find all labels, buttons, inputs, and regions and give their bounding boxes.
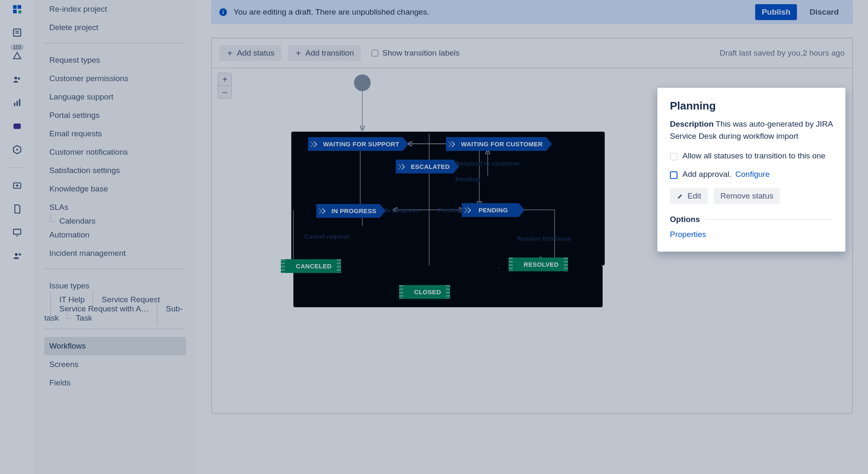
zoom-in-button[interactable]: +	[218, 73, 232, 86]
add-item-icon[interactable]	[8, 176, 26, 195]
plus-icon	[226, 49, 234, 57]
draft-saved-text: Draft last saved by you,2 hours ago	[720, 48, 845, 58]
svg-rect-27	[291, 132, 605, 265]
svg-point-47	[458, 262, 461, 265]
sidebar-customer-permissions[interactable]: Customer permissions	[44, 69, 186, 88]
pencil-icon	[677, 192, 684, 200]
sidebar-divider	[44, 329, 186, 329]
channels-icon[interactable]	[8, 117, 26, 135]
sidebar-portal-settings[interactable]: Portal settings	[44, 106, 186, 125]
add-status-label: Add status	[237, 48, 275, 58]
transition-pending-1[interactable]: Pending	[455, 176, 480, 183]
sidebar-knowledge-base[interactable]: Knowledge base	[44, 180, 186, 198]
reports-icon[interactable]	[8, 94, 26, 112]
sidebar-request-types[interactable]: Request types	[44, 51, 186, 69]
svg-point-43	[520, 199, 524, 202]
sidebar-workflows[interactable]: Workflows	[44, 337, 186, 355]
status-label: IN PROGRESS	[331, 207, 377, 214]
alerts-icon[interactable]: 103	[8, 47, 26, 65]
status-properties-panel: Planning Description This was auto-gener…	[657, 88, 845, 252]
svg-rect-8	[19, 99, 20, 106]
status-resolved[interactable]: RESOLVED	[509, 257, 568, 271]
svg-point-5	[18, 77, 20, 79]
add-transition-button[interactable]: Add transition	[288, 45, 361, 61]
sidebar-language-support[interactable]: Language support	[44, 88, 186, 106]
settings-icon[interactable]	[8, 140, 26, 159]
show-labels-toggle[interactable]: Show transition labels	[372, 48, 460, 58]
sidebar-issuetype-service-request-approval[interactable]: Service Request with A…	[44, 301, 149, 317]
status-closed[interactable]: CLOSED	[399, 285, 450, 299]
page-icon[interactable]	[8, 200, 26, 218]
add-status-button[interactable]: Add status	[219, 45, 281, 61]
svg-point-49	[583, 262, 586, 265]
sidebar-fields[interactable]: Fields	[44, 374, 186, 392]
panel-description: Description This was auto-generated by J…	[670, 118, 833, 142]
transition-respond[interactable]: Respond to customer	[456, 160, 520, 167]
sidebar-screens[interactable]: Screens	[44, 355, 186, 374]
status-pending[interactable]: PENDING	[462, 203, 524, 217]
add-approval-label: Add approval. Configure	[682, 170, 770, 179]
people-icon[interactable]	[8, 70, 26, 89]
publish-button[interactable]: Publish	[755, 4, 797, 20]
screen-icon[interactable]	[8, 223, 26, 242]
alerts-badge: 103	[10, 44, 24, 51]
panel-title: Planning	[670, 99, 833, 112]
sidebar-satisfaction-settings[interactable]: Satisfaction settings	[44, 161, 186, 180]
queue-icon[interactable]	[8, 23, 26, 42]
banner-text: You are editing a draft. There are unpub…	[234, 8, 749, 17]
zoom-out-button[interactable]: –	[218, 86, 232, 98]
status-waiting-customer[interactable]: WAITING FOR CUSTOMER	[446, 137, 552, 151]
edit-status-button[interactable]: Edit	[670, 188, 708, 204]
draft-banner: You are editing a draft. There are unpub…	[211, 0, 853, 24]
left-icon-rail: 103	[0, 0, 34, 474]
edit-label: Edit	[687, 191, 701, 201]
sidebar-issuetype-task[interactable]: Task	[61, 310, 92, 326]
project-settings-sidebar: Re-index project Delete project Request …	[34, 0, 196, 474]
configure-link[interactable]: Configure	[736, 170, 770, 178]
status-canceled[interactable]: CANCELED	[281, 259, 341, 273]
add-approval-checkbox[interactable]	[670, 171, 677, 179]
status-escalated[interactable]: ESCALATED	[396, 160, 459, 173]
show-labels-checkbox[interactable]	[372, 50, 378, 56]
add-person-icon[interactable]	[8, 247, 26, 265]
svg-point-45	[458, 230, 461, 234]
svg-rect-20	[223, 11, 224, 14]
svg-point-10	[16, 149, 18, 150]
svg-rect-9	[13, 124, 20, 129]
show-labels-text: Show transition labels	[382, 48, 460, 58]
sidebar-email-requests[interactable]: Email requests	[44, 125, 186, 143]
rail-divider	[9, 167, 25, 168]
add-approval-toggle[interactable]: Add approval. Configure	[670, 170, 833, 179]
properties-link[interactable]: Properties	[670, 230, 706, 239]
transition-resolve[interactable]: Resolve this issue	[517, 235, 572, 242]
status-label: ESCALATED	[411, 163, 450, 170]
status-waiting-support[interactable]: WAITING FOR SUPPORT	[308, 137, 408, 151]
remove-status-button[interactable]: Remove status	[714, 188, 780, 204]
app-logo-icon[interactable]	[8, 0, 26, 18]
transition-in-progress[interactable]: In progress	[385, 206, 419, 214]
transition-cancel[interactable]: Cancel request	[304, 233, 349, 240]
sidebar-incident-management[interactable]: Incident management	[44, 244, 186, 262]
sidebar-reindex[interactable]: Re-index project	[44, 0, 186, 18]
status-label: WAITING FOR CUSTOMER	[461, 140, 543, 148]
svg-point-44	[583, 199, 586, 202]
svg-point-16	[15, 253, 18, 256]
selection-handles	[459, 201, 585, 263]
transition-pending-2[interactable]: Pending	[438, 206, 462, 214]
sidebar-customer-notifications[interactable]: Customer notifications	[44, 143, 186, 161]
status-label: CANCELED	[296, 262, 332, 270]
svg-point-46	[583, 230, 586, 234]
plus-icon	[295, 49, 302, 57]
sidebar-divider	[44, 43, 186, 43]
info-icon	[219, 8, 228, 17]
start-node[interactable]	[354, 74, 371, 91]
allow-all-checkbox[interactable]	[670, 153, 677, 161]
sidebar-calendars[interactable]: Calendars	[44, 213, 96, 229]
status-in-progress[interactable]: IN PROGRESS	[316, 204, 386, 218]
status-label: WAITING FOR SUPPORT	[323, 140, 399, 148]
options-heading: Options	[670, 215, 833, 224]
zoom-controls: + –	[218, 73, 232, 99]
allow-all-statuses-toggle[interactable]: Allow all statuses to transition to this…	[670, 151, 833, 161]
sidebar-delete[interactable]: Delete project	[44, 18, 186, 37]
discard-button[interactable]: Discard	[803, 4, 845, 20]
